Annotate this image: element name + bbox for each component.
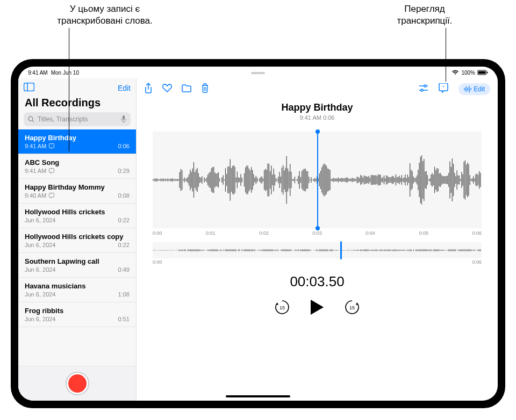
battery-percent: 100% <box>461 70 475 76</box>
search-icon <box>28 116 34 122</box>
trash-icon[interactable] <box>201 83 209 95</box>
recording-item-duration: 0:22 <box>118 242 130 248</box>
recording-item-title: ABC Song <box>25 158 130 166</box>
waveform-overview[interactable] <box>153 242 482 258</box>
list-item[interactable]: Happy Birthday Mommy9:40 AM"0:08 <box>18 179 136 204</box>
share-icon[interactable] <box>144 83 153 96</box>
forward-15-button[interactable]: 15 <box>344 299 360 317</box>
rewind-15-button[interactable]: 15 <box>274 299 290 317</box>
sidebar-edit-button[interactable]: Edit <box>118 84 131 92</box>
time-label: 0:05 <box>419 230 428 236</box>
time-label: 0:02 <box>259 230 269 236</box>
svg-point-12 <box>424 85 426 87</box>
folder-icon[interactable] <box>182 84 191 95</box>
status-time: 9:41 AM <box>28 70 48 76</box>
recording-item-time: 9:40 AM <box>25 192 46 199</box>
recording-item-duration: 0:51 <box>118 316 130 322</box>
overview-start: 0:00 <box>153 259 162 265</box>
callout-line-left <box>69 28 69 151</box>
recording-item-duration: 0:08 <box>118 192 130 199</box>
time-label: 0:01 <box>206 230 216 236</box>
time-label: 0:04 <box>366 230 375 236</box>
waveform-main[interactable] <box>153 132 482 228</box>
transcript-view-icon[interactable]: " <box>438 83 449 95</box>
callout-line-right <box>446 28 446 82</box>
list-item[interactable]: Southern Lapwing callJun 6, 20240:49 <box>18 253 136 278</box>
svg-text:": " <box>51 144 52 147</box>
svg-text:": " <box>51 169 52 172</box>
edit-recording-button[interactable]: Edit <box>458 83 490 95</box>
recording-item-duration: 0:49 <box>118 266 130 273</box>
time-label: 0:06 <box>472 230 482 236</box>
recording-item-title: Havana musicians <box>25 282 130 290</box>
recording-item-duration: 1:08 <box>118 291 130 298</box>
recording-item-time: 9:41 AM <box>25 168 46 174</box>
recording-item-time: Jun 6, 2024 <box>25 316 56 322</box>
sidebar: Edit All Recordings Titles, Transcripts … <box>18 78 137 401</box>
callout-transcript-view: Перегляд транскрипції. <box>376 3 473 27</box>
play-button[interactable] <box>310 299 325 318</box>
home-indicator[interactable] <box>226 395 290 397</box>
ipad-frame: 9:41 AM Mon Jun 10 100% Edit All Recordi… <box>11 59 505 408</box>
favorite-icon[interactable] <box>162 84 172 95</box>
transcript-badge-icon: " <box>48 193 55 199</box>
grabber <box>251 72 265 74</box>
recording-item-title: Happy Birthday <box>25 134 130 142</box>
svg-text:15: 15 <box>349 305 355 310</box>
recording-item-title: Hollywood Hills crickets copy <box>25 233 130 241</box>
main-panel: " Edit Happy Birthday 9:41 AM 0:06 <box>137 78 498 401</box>
list-item[interactable]: Frog ribbitsJun 6, 20240:51 <box>18 302 136 327</box>
recording-item-duration: 0:22 <box>118 217 130 223</box>
mic-icon[interactable] <box>121 115 126 123</box>
svg-line-6 <box>32 120 34 122</box>
recording-meta: 9:41 AM 0:06 <box>281 114 353 121</box>
recording-item-duration: 0:29 <box>118 168 130 174</box>
search-input[interactable]: Titles, Transcripts <box>24 112 131 126</box>
sidebar-toggle-icon[interactable] <box>24 83 34 93</box>
record-button[interactable] <box>67 373 88 394</box>
list-item[interactable]: Happy Birthday9:41 AM"0:06 <box>18 129 136 154</box>
recording-item-time: Jun 6, 2024 <box>25 242 56 248</box>
recording-item-time: Jun 6, 2024 <box>25 217 56 223</box>
svg-rect-2 <box>487 72 488 74</box>
time-label: 0:03 <box>312 230 322 236</box>
playback-timer: 00:03.50 <box>290 273 344 290</box>
recordings-list: Happy Birthday9:41 AM"0:06ABC Song9:41 A… <box>18 129 136 366</box>
recording-item-time: Jun 6, 2024 <box>25 291 56 298</box>
recording-item-title: Frog ribbits <box>25 307 130 315</box>
list-item[interactable]: Hollywood Hills cricketsJun 6, 20240:22 <box>18 204 136 228</box>
recording-item-time: Jun 6, 2024 <box>25 266 56 273</box>
transcript-badge-icon: " <box>48 168 55 174</box>
battery-icon <box>477 70 488 75</box>
recording-item-title: Happy Birthday Mommy <box>25 183 130 191</box>
list-item[interactable]: ABC Song9:41 AM"0:29 <box>18 154 136 179</box>
recording-item-duration: 0:06 <box>118 143 130 149</box>
playhead[interactable] <box>317 132 318 228</box>
recording-item-time: 9:41 AM <box>25 143 46 149</box>
time-label: 0:00 <box>153 230 162 236</box>
svg-text:": " <box>442 85 445 90</box>
svg-text:": " <box>51 193 52 197</box>
search-placeholder: Titles, Transcripts <box>38 115 88 123</box>
recording-item-title: Southern Lapwing call <box>25 257 130 265</box>
list-item[interactable]: Hollywood Hills crickets copyJun 6, 2024… <box>18 228 136 253</box>
svg-rect-3 <box>24 83 34 91</box>
overview-playhead[interactable] <box>340 241 342 259</box>
status-date: Mon Jun 10 <box>51 70 79 76</box>
svg-text:15: 15 <box>280 305 285 310</box>
svg-point-5 <box>28 117 33 121</box>
waveform-edit-icon <box>464 86 471 92</box>
list-item[interactable]: Havana musiciansJun 6, 20241:08 <box>18 278 136 302</box>
settings-sliders-icon[interactable] <box>419 84 428 94</box>
overview-end: 0:06 <box>472 259 482 265</box>
wifi-icon <box>452 70 459 75</box>
recording-title[interactable]: Happy Birthday <box>281 102 353 113</box>
svg-point-14 <box>421 89 423 91</box>
recording-item-title: Hollywood Hills crickets <box>25 208 130 216</box>
sidebar-title: All Recordings <box>18 96 136 112</box>
callout-transcript-badge: У цьому записі є транскрибовані слова. <box>38 3 172 27</box>
svg-rect-1 <box>478 71 486 74</box>
svg-rect-7 <box>123 115 125 120</box>
transcript-badge-icon: " <box>48 143 55 149</box>
